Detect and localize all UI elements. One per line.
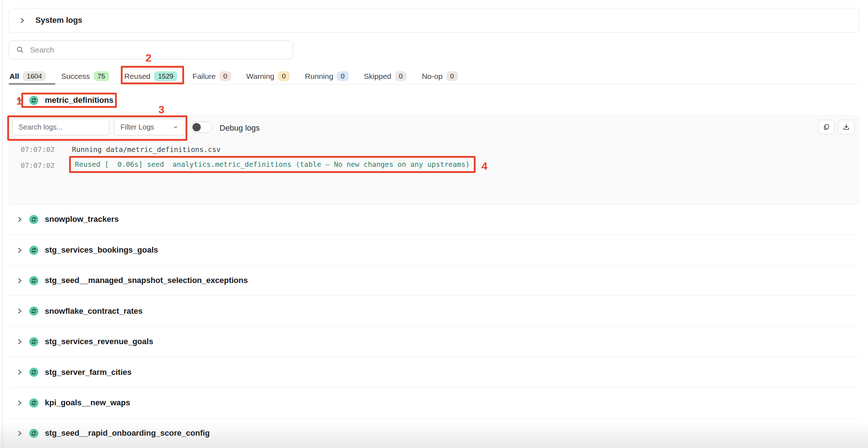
search-input[interactable] — [29, 45, 293, 55]
chevron-down-icon[interactable] — [17, 97, 23, 103]
list-item-stg-seed-managed-snapshot-selection-exceptions[interactable]: stg_seed__managed_snapshot_selection_exc… — [9, 265, 859, 296]
item-label: stg_services_revenue_goals — [45, 337, 153, 346]
tab-skipped[interactable]: Skipped 0 — [364, 68, 407, 84]
reused-status-icon — [29, 429, 38, 438]
chevron-right-icon[interactable] — [17, 339, 23, 345]
tab-label: Reused — [124, 72, 150, 81]
tab-count-badge: 0 — [220, 71, 231, 81]
model-list: snowplow_trackers stg_services_bookings_… — [9, 204, 859, 448]
tab-label: Warning — [246, 72, 274, 81]
log-controls: Filter Logs 3 — [12, 119, 184, 135]
item-label: snowplow_trackers — [45, 215, 119, 224]
list-item-stg-seed-rapid-onboarding-score-config[interactable]: stg_seed__rapid_onboarding_score_config — [9, 418, 859, 448]
item-name-cluster: metric_definitions 1 — [29, 96, 113, 105]
chevron-right-icon[interactable] — [17, 216, 23, 223]
list-item-snowplow-trackers[interactable]: snowplow_trackers — [9, 204, 859, 234]
reused-status-icon — [29, 337, 38, 346]
list-item-stg-services-revenue-goals[interactable]: stg_services_revenue_goals — [9, 326, 859, 357]
item-label: stg_seed__managed_snapshot_selection_exc… — [45, 276, 248, 285]
status-tab-bar: All 1604 Success 75 Reused 1529 2 Failur… — [9, 68, 859, 84]
tab-label: No-op — [422, 72, 442, 81]
item-label: kpi_goals__new_waps — [45, 398, 130, 407]
window-edge-line — [2, 0, 3, 448]
item-label: stg_services_bookings_goals — [45, 245, 158, 255]
reused-status-icon — [29, 276, 38, 285]
system-logs-header[interactable]: System logs — [9, 8, 859, 33]
item-label: metric_definitions — [45, 96, 113, 105]
tab-count-badge: 75 — [94, 71, 109, 81]
reused-status-icon — [29, 368, 38, 377]
debug-logs-toggle[interactable] — [191, 122, 212, 133]
copy-logs-button[interactable] — [818, 120, 835, 134]
list-item-snowflake-contract-rates[interactable]: snowflake_contract_rates — [9, 296, 859, 326]
tab-label: Skipped — [364, 72, 391, 81]
tab-failure[interactable]: Failure 0 — [192, 68, 231, 84]
reused-status-icon — [29, 96, 38, 105]
tab-success[interactable]: Success 75 — [61, 68, 109, 84]
tab-count-badge: 0 — [395, 71, 407, 81]
chevron-right-icon[interactable] — [17, 430, 23, 436]
tab-label: Running — [305, 72, 333, 81]
filter-logs-select[interactable]: Filter Logs — [114, 119, 184, 135]
item-label: stg_server_farm_cities — [45, 368, 132, 377]
tab-count-badge: 1604 — [23, 71, 46, 81]
toggle-knob — [192, 123, 201, 131]
chevron-right-icon[interactable] — [17, 278, 23, 284]
page-title: System logs — [35, 16, 82, 25]
tab-label: Success — [61, 72, 90, 81]
tab-count-badge: 0 — [337, 71, 349, 81]
annotation-box-4: Reused [ 0.06s] seed analytics.metric_de… — [69, 156, 476, 173]
download-logs-button[interactable] — [838, 120, 855, 134]
filter-logs-label: Filter Logs — [120, 123, 154, 131]
tab-warning[interactable]: Warning 0 — [246, 68, 290, 84]
reused-status-icon — [29, 398, 38, 407]
search-bar[interactable] — [9, 41, 293, 59]
tab-running[interactable]: Running 0 — [305, 68, 349, 84]
chevron-right-icon[interactable] — [19, 17, 25, 24]
item-label: stg_seed__rapid_onboarding_score_config — [45, 428, 210, 438]
tab-noop[interactable]: No-op 0 — [422, 68, 458, 84]
tab-count-badge: 0 — [278, 71, 290, 81]
chevron-right-icon[interactable] — [17, 308, 23, 314]
tab-count-badge: 1529 — [154, 71, 177, 81]
list-item-stg-server-farm-cities[interactable]: stg_server_farm_cities — [9, 357, 859, 387]
chevron-right-icon[interactable] — [17, 247, 23, 253]
item-label: snowflake_contract_rates — [45, 307, 142, 316]
tab-count-badge: 0 — [446, 71, 458, 81]
log-timestamp: 07:07:02 — [21, 145, 55, 154]
chevron-right-icon[interactable] — [17, 400, 23, 406]
list-item-kpi-goals-new-waps[interactable]: kpi_goals__new_waps — [9, 387, 859, 418]
log-timestamp: 07:07:02 — [21, 161, 55, 170]
tab-label: Failure — [192, 72, 216, 81]
chevron-right-icon[interactable] — [17, 369, 23, 375]
reused-status-icon — [29, 307, 38, 316]
log-message: Running data/metric_definitions.csv — [72, 145, 221, 154]
copy-icon — [823, 123, 830, 131]
list-item-metric-definitions-expanded[interactable]: metric_definitions 1 — [9, 90, 859, 110]
chevron-down-icon — [173, 124, 178, 130]
tab-all[interactable]: All 1604 — [9, 68, 46, 84]
tab-label: All — [9, 72, 19, 81]
log-message-reused: Reused [ 0.06s] seed analytics.metric_de… — [75, 160, 470, 169]
reused-status-icon — [29, 215, 38, 224]
list-item-stg-services-bookings-goals[interactable]: stg_services_bookings_goals — [9, 234, 859, 265]
search-icon — [16, 46, 24, 54]
tab-reused[interactable]: Reused 1529 2 — [124, 68, 178, 84]
debug-logs-label: Debug logs — [220, 123, 260, 133]
reused-status-icon — [29, 246, 38, 255]
search-logs-input[interactable] — [12, 119, 109, 135]
download-icon — [843, 123, 850, 131]
